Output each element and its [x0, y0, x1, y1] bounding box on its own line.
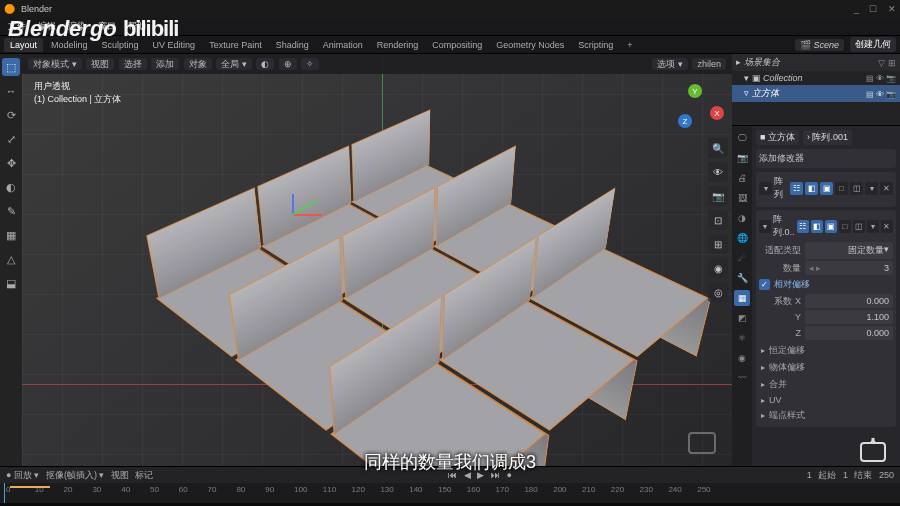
mod1-i2[interactable]: ◧ [805, 182, 818, 195]
tl-view[interactable]: 视图 [111, 470, 129, 480]
nav-x-icon[interactable]: X [710, 106, 724, 120]
ptab-7[interactable]: 🔧 [734, 270, 750, 286]
mod2-name[interactable]: 阵列.0.. [773, 213, 795, 239]
vt-persp-icon[interactable]: ⊡ [708, 210, 728, 230]
mod2-i1[interactable]: ☷ [797, 220, 809, 233]
outliner-root[interactable]: ▸ 场景集合 [736, 56, 780, 69]
section-uv[interactable]: UV [759, 393, 893, 407]
relative-offset-check[interactable]: 相对偏移 [759, 278, 893, 291]
section-caps[interactable]: 端点样式 [759, 407, 893, 424]
collection-row[interactable]: ▾ ▣ Collection [744, 73, 803, 83]
section-merge[interactable]: 合并 [759, 376, 893, 393]
mod2-i4[interactable]: □ [839, 220, 851, 233]
nav-gizmo[interactable]: X Y Z [676, 82, 724, 130]
tl-playback[interactable]: ● 回放 ▾ [6, 470, 39, 480]
nav-z-icon[interactable]: Z [678, 114, 692, 128]
tab-geonodes[interactable]: Geometry Nodes [490, 38, 570, 52]
mod2-i2[interactable]: ◧ [811, 220, 823, 233]
active-object-row[interactable]: ▿ 立方体 [744, 87, 779, 100]
offset-z-field[interactable]: 0.000 [805, 326, 893, 340]
tab-add[interactable]: + [621, 38, 638, 52]
ptab-4[interactable]: ◑ [734, 210, 750, 226]
tab-texture[interactable]: Texture Paint [203, 38, 268, 52]
ptab-12[interactable]: 〰 [734, 370, 750, 386]
frame-current[interactable]: 1 [807, 470, 812, 480]
vt-zoom-icon[interactable]: 🔍 [708, 138, 728, 158]
tool-annotate[interactable]: ✎ [2, 202, 20, 220]
viewport-3d[interactable]: 对象模式 ▾ 视图 选择 添加 对象 全局 ▾ ◐ ⊕ ✧ 选项 ▾ zhile… [22, 54, 732, 466]
tool-move[interactable]: ⟳ [2, 106, 20, 124]
mod2-i5[interactable]: ◫ [853, 220, 865, 233]
options-button[interactable]: 选项 ▾ [652, 58, 688, 70]
mod2-i3[interactable]: ▣ [825, 220, 837, 233]
viewlayer-selector[interactable]: 创建几何 [850, 37, 896, 52]
progress-bar[interactable] [10, 486, 50, 488]
vt-shade2-icon[interactable]: ◉ [708, 258, 728, 278]
tool-scale[interactable]: ✥ [2, 154, 20, 172]
ptab-5[interactable]: 🌐 [734, 230, 750, 246]
section-obj-offset[interactable]: 物体偏移 [759, 359, 893, 376]
add-modifier-button[interactable]: 添加修改器 [756, 149, 896, 168]
mod1-close[interactable]: ✕ [880, 182, 893, 195]
playhead[interactable] [4, 483, 5, 503]
vt-camera-icon[interactable]: 📷 [708, 186, 728, 206]
ptab-3[interactable]: 🖼 [734, 190, 750, 206]
tool-measure[interactable]: ▦ [2, 226, 20, 244]
mod2-close[interactable]: ✕ [881, 220, 893, 233]
mod1-name[interactable]: 阵列 [774, 175, 788, 201]
vt-shade3-icon[interactable]: ◎ [708, 282, 728, 302]
ptab-11[interactable]: ◉ [734, 350, 750, 366]
ptab-modifiers[interactable]: ▦ [734, 290, 750, 306]
new-icon[interactable]: ⊞ [888, 58, 896, 68]
vh-object[interactable]: 对象 [184, 58, 212, 70]
scene-selector[interactable]: 🎬 Scene [795, 39, 844, 51]
tab-rendering[interactable]: Rendering [371, 38, 425, 52]
mod2-collapse[interactable]: ▾ [759, 220, 771, 233]
mod1-i5[interactable]: ◫ [850, 182, 863, 195]
vh-add[interactable]: 添加 [151, 58, 179, 70]
tl-marker[interactable]: 标记 [135, 470, 153, 480]
mod2-menu[interactable]: ▾ [867, 220, 879, 233]
tool-cursor[interactable]: ↔ [2, 82, 20, 100]
ptab-10[interactable]: ⚛ [734, 330, 750, 346]
ptab-1[interactable]: 📷 [734, 150, 750, 166]
tl-keying[interactable]: 抠像(帧插入) ▾ [46, 470, 105, 480]
offset-x-field[interactable]: 0.000 [805, 294, 893, 308]
vt-eye-icon[interactable]: 👁 [708, 162, 728, 182]
frame-end[interactable]: 250 [879, 470, 894, 480]
ptab-0[interactable]: 🖵 [734, 130, 750, 146]
section-const-offset[interactable]: 恒定偏移 [759, 342, 893, 359]
filter-icon[interactable]: ▽ [878, 58, 885, 68]
vh-select[interactable]: 选择 [119, 58, 147, 70]
count-field[interactable]: 3 [805, 261, 893, 275]
tab-scripting[interactable]: Scripting [572, 38, 619, 52]
mod1-i4[interactable]: □ [835, 182, 848, 195]
tab-animation[interactable]: Animation [317, 38, 369, 52]
mod1-i3[interactable]: ▣ [820, 182, 833, 195]
orient-selector[interactable]: 全局 ▾ [216, 58, 252, 70]
vh-view[interactable]: 视图 [86, 58, 114, 70]
pivot-icon[interactable]: ⊕ [279, 58, 297, 70]
tool-addcube[interactable]: △ [2, 250, 20, 268]
tool-transform[interactable]: ◐ [2, 178, 20, 196]
timeline-ruler[interactable]: 0102030405060708090100110120130140150160… [0, 483, 900, 503]
frame-start[interactable]: 1 [843, 470, 848, 480]
snap-icon[interactable]: ◐ [256, 58, 274, 70]
fit-type-select[interactable]: 固定数量 ▾ [805, 242, 893, 259]
win-min[interactable]: _ [854, 4, 859, 14]
nav-y-icon[interactable]: Y [688, 84, 702, 98]
tool-select[interactable]: ⬚ [2, 58, 20, 76]
vt-shade1-icon[interactable]: ⊞ [708, 234, 728, 254]
tool-extra[interactable]: ⬓ [2, 274, 20, 292]
tab-shading[interactable]: Shading [270, 38, 315, 52]
mod1-menu[interactable]: ▾ [865, 182, 878, 195]
win-close[interactable]: ✕ [888, 4, 896, 14]
win-max[interactable]: ☐ [869, 4, 877, 14]
mode-selector[interactable]: 对象模式 ▾ [28, 58, 82, 70]
tool-rotate[interactable]: ⤢ [2, 130, 20, 148]
move-gizmo[interactable] [272, 194, 312, 234]
mod1-collapse[interactable]: ▾ [759, 182, 772, 195]
ptab-2[interactable]: 🖨 [734, 170, 750, 186]
tab-compositing[interactable]: Compositing [426, 38, 488, 52]
mod1-i1[interactable]: ☷ [790, 182, 803, 195]
